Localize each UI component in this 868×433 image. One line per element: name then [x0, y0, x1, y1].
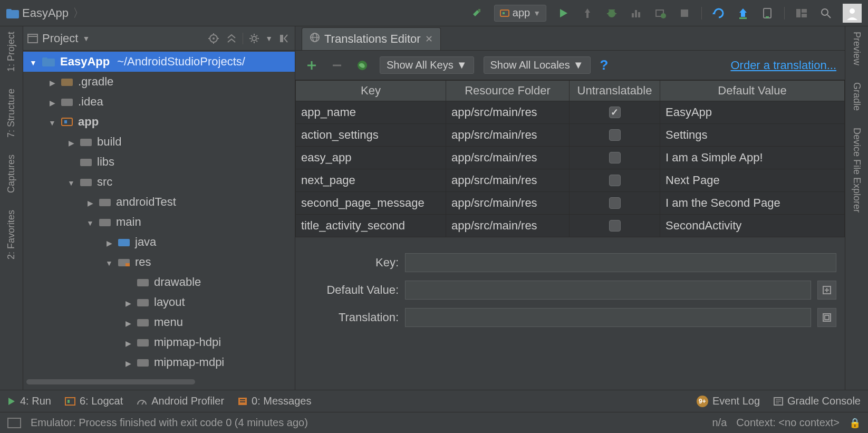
show-all-locales-dropdown[interactable]: Show All Locales ▼: [484, 56, 591, 74]
disclosure-icon[interactable]: [122, 315, 134, 329]
disclosure-icon[interactable]: [46, 95, 58, 109]
disclosure-icon[interactable]: [84, 195, 96, 209]
browse-resource-icon[interactable]: [817, 308, 836, 327]
table-row[interactable]: app_nameapp/src/main/resEasyApp: [295, 101, 845, 124]
right-tab-gradle[interactable]: Gradle: [851, 79, 862, 114]
hide-panel-icon[interactable]: [277, 32, 291, 45]
cell-folder[interactable]: app/src/main/res: [446, 147, 570, 169]
add-key-icon[interactable]: [304, 57, 320, 73]
apply-changes-icon[interactable]: [580, 6, 595, 21]
avd-manager-icon[interactable]: [736, 6, 750, 21]
build-hammer-icon[interactable]: [470, 6, 485, 21]
tree-node[interactable]: .idea: [23, 92, 295, 112]
sdk-manager-icon[interactable]: [760, 6, 775, 21]
disclosure-icon[interactable]: [122, 295, 134, 309]
run-play-icon[interactable]: [556, 6, 571, 21]
project-structure-icon[interactable]: [794, 6, 809, 21]
status-context[interactable]: Context: <no context>: [736, 417, 840, 429]
cell-untranslatable[interactable]: [570, 169, 660, 192]
table-row[interactable]: title_activity_secondapp/src/main/resSec…: [295, 215, 845, 237]
left-tab-project[interactable]: 1: Project: [6, 28, 17, 75]
cell-key[interactable]: action_settings: [295, 124, 446, 147]
cell-key[interactable]: next_page: [295, 169, 446, 192]
tree-node-app[interactable]: app: [23, 112, 295, 132]
tree-node[interactable]: mipmap-hdpi: [23, 332, 295, 352]
tree-node[interactable]: androidTest: [23, 192, 295, 212]
tree-node[interactable]: drawable: [23, 272, 295, 292]
cell-default[interactable]: I am a Simple App!: [660, 147, 845, 169]
bottom-tab-logcat[interactable]: 6: Logcat: [65, 395, 123, 407]
lock-icon[interactable]: 🔒: [849, 417, 861, 429]
tree-node[interactable]: layout: [23, 292, 295, 312]
checkbox[interactable]: [609, 152, 621, 163]
tree-node[interactable]: menu: [23, 312, 295, 332]
breadcrumb[interactable]: EasyApp 〉: [2, 5, 85, 21]
checkbox[interactable]: [609, 220, 621, 232]
collapse-all-icon[interactable]: [225, 32, 238, 45]
checkbox[interactable]: [609, 107, 621, 118]
tree-node[interactable]: java: [23, 232, 295, 252]
tree-node-root[interactable]: EasyApp ~/AndroidStudioProjects/: [23, 52, 295, 72]
left-tab-favorites[interactable]: 2: Favorites: [6, 207, 17, 263]
cell-untranslatable[interactable]: [570, 101, 660, 124]
cell-default[interactable]: Next Page: [660, 169, 845, 192]
cell-untranslatable[interactable]: [570, 147, 660, 169]
project-tree[interactable]: EasyApp ~/AndroidStudioProjects/ .gradle…: [23, 51, 295, 375]
stop-icon[interactable]: [677, 6, 692, 21]
checkbox[interactable]: [609, 197, 621, 209]
tree-node[interactable]: main: [23, 212, 295, 232]
tree-node[interactable]: build: [23, 132, 295, 152]
left-tab-captures[interactable]: Captures: [6, 151, 17, 196]
debug-bug-icon[interactable]: [604, 6, 619, 21]
detail-default-input[interactable]: [405, 281, 811, 300]
cell-folder[interactable]: app/src/main/res: [446, 101, 570, 124]
show-all-keys-dropdown[interactable]: Show All Keys ▼: [380, 56, 474, 74]
tab-translations-editor[interactable]: Translations Editor ✕: [302, 27, 441, 50]
tree-node[interactable]: res: [23, 252, 295, 272]
col-key[interactable]: Key: [295, 80, 446, 101]
right-tab-preview[interactable]: Preview: [851, 28, 862, 69]
cell-folder[interactable]: app/src/main/res: [446, 192, 570, 215]
disclosure-icon[interactable]: [27, 55, 39, 69]
profile-icon[interactable]: [629, 6, 643, 21]
bottom-tab-run[interactable]: 4: Run: [7, 395, 51, 407]
left-tab-structure[interactable]: 7: Structure: [6, 85, 17, 141]
disclosure-icon[interactable]: [122, 335, 134, 349]
table-row[interactable]: action_settingsapp/src/main/resSettings: [295, 124, 845, 147]
checkbox[interactable]: [609, 129, 621, 141]
horizontal-scrollbar[interactable]: [26, 377, 292, 387]
table-row[interactable]: next_pageapp/src/main/resNext Page: [295, 169, 845, 192]
cell-default[interactable]: EasyApp: [660, 101, 845, 124]
cell-default[interactable]: I am the Second Page: [660, 192, 845, 215]
cell-key[interactable]: easy_app: [295, 147, 446, 169]
cell-key[interactable]: title_activity_second: [295, 215, 446, 237]
col-default-value[interactable]: Default Value: [660, 80, 845, 101]
disclosure-icon[interactable]: [84, 215, 96, 229]
tree-node[interactable]: libs: [23, 152, 295, 172]
bottom-tab-gradle-console[interactable]: Gradle Console: [774, 395, 861, 407]
help-icon[interactable]: ?: [600, 57, 609, 73]
tree-node[interactable]: mipmap-mdpi: [23, 352, 295, 372]
order-translation-link[interactable]: Order a translation...: [730, 59, 836, 72]
tree-node[interactable]: src: [23, 172, 295, 192]
cell-default[interactable]: Settings: [660, 124, 845, 147]
remove-key-icon[interactable]: [329, 57, 345, 73]
cell-key[interactable]: app_name: [295, 101, 446, 124]
bottom-tab-profiler[interactable]: Android Profiler: [137, 395, 224, 407]
gear-icon[interactable]: [247, 32, 261, 45]
run-configuration-dropdown[interactable]: app ▼: [494, 5, 546, 22]
col-resource-folder[interactable]: Resource Folder: [446, 80, 570, 101]
detail-translation-input[interactable]: [405, 308, 811, 327]
status-rect-icon[interactable]: [7, 418, 21, 428]
cell-untranslatable[interactable]: [570, 192, 660, 215]
user-avatar[interactable]: [843, 4, 862, 23]
checkbox[interactable]: [609, 175, 621, 186]
cell-folder[interactable]: app/src/main/res: [446, 124, 570, 147]
disclosure-icon[interactable]: [103, 255, 115, 269]
disclosure-icon[interactable]: [122, 355, 134, 369]
cell-key[interactable]: second_page_message: [295, 192, 446, 215]
disclosure-icon[interactable]: [46, 115, 58, 129]
add-locale-globe-icon[interactable]: [354, 57, 370, 73]
cell-untranslatable[interactable]: [570, 124, 660, 147]
disclosure-icon[interactable]: [46, 75, 58, 89]
